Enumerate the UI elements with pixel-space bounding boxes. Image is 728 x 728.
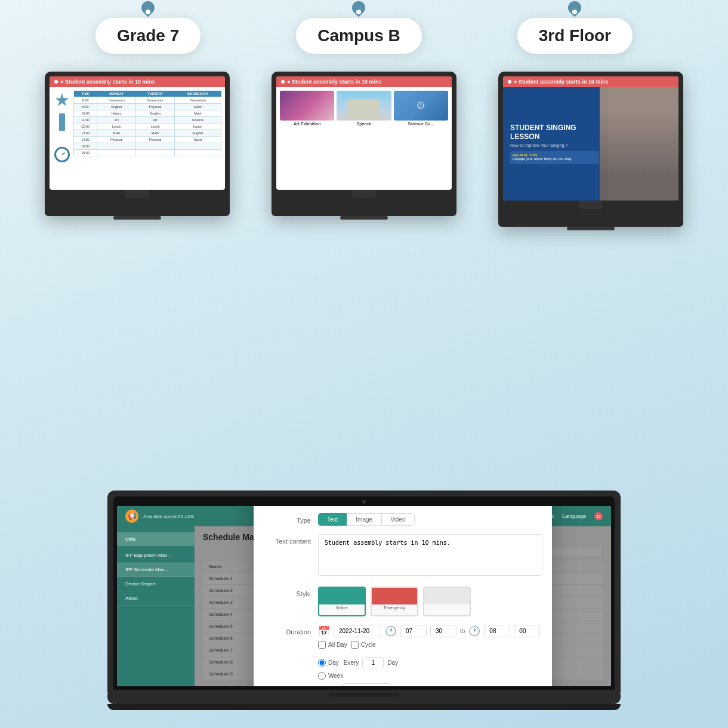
- clock-end-icon: 🕐: [468, 625, 480, 637]
- time-end-m-input[interactable]: [514, 625, 540, 637]
- laptop: 📢 Available space:95.1GB Account Managem…: [107, 491, 621, 710]
- ticker-1: ● Student assembly starts in 10 mins: [50, 76, 225, 87]
- all-day-checkbox[interactable]: [318, 641, 326, 649]
- emergency-color-swatch: [372, 588, 417, 604]
- every-value-input[interactable]: [362, 657, 384, 668]
- tv-stand-1: [125, 190, 149, 198]
- time-end-h-input[interactable]: [484, 625, 510, 637]
- location-badges-row: Grade 7 Campus B 3rd Floor: [0, 0, 728, 66]
- cycle-checkbox-label: Cycle: [351, 641, 376, 649]
- date-start-input[interactable]: [334, 625, 381, 637]
- img-card-science: ⚙ Science Co...: [394, 91, 448, 126]
- tv-base-3: [567, 227, 615, 230]
- screen-video: ● Student assembly starts in 10 mins STU…: [498, 72, 683, 230]
- star-icon: [55, 93, 69, 107]
- ticker-dot-3: [508, 80, 511, 84]
- text-content-label: Text content: [263, 534, 311, 545]
- sidebar-item-ifp-schedule[interactable]: IFP Schedule Man...: [117, 563, 195, 577]
- week-repeat-row: Week: [318, 672, 542, 680]
- schedule-body: TIMEMONDAYTUESDAYWEDNESDAY 8:00HomeroomH…: [50, 87, 225, 168]
- cms-main: Schedule Management Name Type Date Statu…: [195, 526, 611, 686]
- duration-inputs: 📅 🕐 to 🕐: [318, 625, 542, 649]
- sidebar-item-ifp-equipment[interactable]: IFP Equipment Man...: [117, 548, 195, 563]
- notice-color-swatch: [319, 588, 365, 604]
- end-date-input[interactable]: [343, 683, 391, 687]
- time-start-m-input[interactable]: [430, 625, 456, 637]
- repeat-row: Day Every Day: [263, 657, 542, 687]
- sidebar-item-device-report[interactable]: Device Report: [117, 577, 195, 591]
- text-input[interactable]: [318, 534, 542, 576]
- laptop-bezel: 📢 Available space:95.1GB Account Managem…: [113, 496, 615, 690]
- screen-schedule: ● Student assembly starts in 10 mins: [45, 72, 230, 220]
- style-options: Notice Emergency: [318, 587, 542, 616]
- screen-images: ● Student assembly starts in 10 mins Art…: [272, 72, 456, 220]
- ticker-dot-1: [54, 80, 58, 84]
- img-card-art: Art Exhibition: [280, 91, 334, 126]
- img-card-speech: Speech: [337, 91, 391, 126]
- laptop-base: [107, 693, 621, 704]
- tv-screen-1: ● Student assembly starts in 10 mins: [50, 76, 225, 190]
- type-row: Type Text Image Video: [263, 513, 542, 526]
- day-radio[interactable]: [318, 659, 326, 667]
- week-radio[interactable]: [318, 672, 326, 680]
- tv-stand-2: [352, 190, 376, 198]
- style-row: Style Notice: [263, 587, 542, 616]
- webcam: [362, 500, 366, 504]
- schedule-table: TIMEMONDAYTUESDAYWEDNESDAY 8:00HomeroomH…: [73, 91, 221, 165]
- laptop-display: 📢 Available space:95.1GB Account Managem…: [117, 506, 611, 686]
- text-content-area: [318, 534, 542, 578]
- repeat-content: Day Every Day: [318, 657, 542, 687]
- images-grid: Art Exhibition Speech ⚙ Science Co...: [276, 87, 452, 129]
- video-screen: STUDENT SINGING LESSON How to Improve Yo…: [503, 87, 678, 200]
- speech-thumbnail: [337, 91, 391, 121]
- cms-logo: 📢: [125, 510, 138, 523]
- style-emergency[interactable]: Emergency: [371, 587, 418, 616]
- language-selector[interactable]: Language: [562, 513, 586, 519]
- art-thumbnail: [280, 91, 334, 121]
- week-radio-label: Week: [318, 672, 343, 680]
- calendar-icon: 📅: [318, 625, 330, 637]
- day-repeat-row: Day Every Day: [318, 657, 542, 668]
- laptop-lid: 📢 Available space:95.1GB Account Managem…: [107, 491, 621, 693]
- sidebar-item-about[interactable]: About: [117, 591, 195, 606]
- tv-base-2: [340, 216, 388, 220]
- cycle-checkbox[interactable]: [351, 641, 359, 649]
- ticker-2: ● Student assembly starts in 10 mins: [276, 76, 452, 87]
- tv-frame-1: ● Student assembly starts in 10 mins: [45, 72, 230, 216]
- storage-indicator: Available space:95.1GB: [143, 514, 194, 519]
- ticker-3: ● Student assembly starts in 10 mins: [503, 76, 678, 87]
- modal-overlay: Set Schedule (All device) ✕ Type: [195, 526, 611, 686]
- tab-video[interactable]: Video: [381, 513, 414, 526]
- laptop-hinge: [328, 693, 400, 697]
- day-radio-label: Day: [318, 659, 339, 667]
- style-options-container: Notice Emergency: [318, 587, 542, 616]
- grade7-badge: Grade 7: [95, 18, 200, 54]
- cms-sidebar: CMS IFP Equipment Man... IFP Schedule Ma…: [117, 526, 195, 686]
- cms-body: CMS IFP Equipment Man... IFP Schedule Ma…: [117, 526, 611, 686]
- tv-stand-3: [579, 200, 603, 209]
- text-content-row: Text content: [263, 534, 542, 578]
- style-plain[interactable]: [423, 587, 471, 616]
- 3rdfloor-badge: 3rd Floor: [517, 18, 633, 54]
- laptop-foot: [107, 704, 621, 710]
- type-label: Type: [263, 513, 311, 524]
- notification-badge[interactable]: 11: [594, 512, 603, 520]
- tab-image[interactable]: Image: [347, 513, 381, 526]
- screens-row: ● Student assembly starts in 10 mins: [0, 66, 728, 230]
- type-tabs-container: Text Image Video: [318, 513, 542, 526]
- style-notice[interactable]: Notice: [318, 587, 366, 616]
- schedule-icons: [53, 91, 71, 165]
- ticker-dot-2: [281, 80, 285, 84]
- set-schedule-modal: Set Schedule (All device) ✕ Type: [254, 506, 552, 686]
- sidebar-cms-label: CMS: [117, 532, 195, 546]
- clock-start-icon: 🕐: [385, 625, 397, 637]
- end-calendar-icon: 📅: [332, 686, 340, 687]
- clock-icon: [54, 147, 70, 162]
- tv-screen-2: ● Student assembly starts in 10 mins Art…: [276, 76, 452, 190]
- duration-row: Duration 📅 🕐: [263, 625, 542, 649]
- time-start-h-input[interactable]: [400, 625, 427, 637]
- plain-color-swatch: [424, 588, 470, 604]
- all-day-checkbox-label: All Day: [318, 641, 347, 649]
- duration-controls: 📅 🕐 to 🕐: [318, 625, 542, 649]
- tab-text[interactable]: Text: [318, 513, 347, 526]
